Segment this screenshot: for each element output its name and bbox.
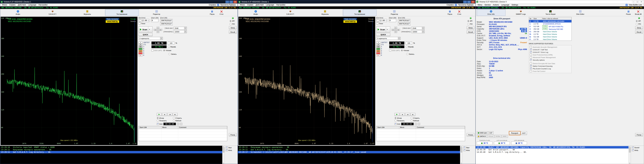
menu-item-menu[interactable]: Меню <box>1 4 8 6</box>
device-row[interactable]: 12,0 TBST2000DM008-2FR102 <box>529 22 572 25</box>
log-line[interactable]: 23:29:11Получение паспорта накопителя...… <box>0 148 222 151</box>
drive-info-button[interactable]: Drive Info <box>476 9 506 16</box>
chevron-down-icon[interactable]: ▾ <box>184 27 186 29</box>
scroll-down-icon[interactable]: ▼ <box>461 163 462 164</box>
maximize-button[interactable]: ▢ <box>467 0 471 3</box>
feature-item[interactable]: Native Command Queuing <box>530 65 570 67</box>
defect-row[interactable] <box>139 135 227 138</box>
pause-button[interactable]: Пауза <box>446 9 454 16</box>
pause-button[interactable]: Pause <box>624 9 633 16</box>
dpad-center-button[interactable]: C <box>394 29 397 31</box>
title-bar[interactable]: Victoria 5.37 HDD/SSD | Device 0 – ▢ ✕ <box>476 0 644 4</box>
menu-view-buffer[interactable]: View Buffer Live <box>628 4 643 6</box>
menu-item-settings[interactable]: Настройки <box>38 4 49 6</box>
log-line[interactable]: 23:29:11Get S.M.A.R.T. Log directory... … <box>0 151 222 153</box>
disk-editor-button[interactable]: Disk Editor <box>566 9 595 16</box>
dpad-down-button[interactable]: ▼ <box>156 31 159 33</box>
ddd-api-checkbox[interactable]: DDD (API) <box>152 50 162 51</box>
hints-checkbox[interactable]: Hints <box>632 149 643 151</box>
mini-button[interactable] <box>177 123 179 125</box>
ignore-radio[interactable]: Игнор <box>394 117 409 119</box>
api-radio[interactable]: API <box>467 20 472 22</box>
menu-item-actions[interactable]: Действия <box>17 4 27 6</box>
pio-radio[interactable]: PIO <box>636 23 641 25</box>
defect-row[interactable] <box>376 129 465 132</box>
step-back-button[interactable]: ◀ <box>400 113 405 116</box>
feature-item[interactable]: Free-Fall Control <box>530 70 570 72</box>
feature-item[interactable]: Phy Event Counters Log <box>530 68 570 70</box>
time-spinner[interactable]: ▲▼ <box>386 20 386 22</box>
log-output[interactable]: 14:45:00Model: WDC WD20EARZ-00C5XB0; Cap… <box>476 146 628 164</box>
menu-item-service[interactable]: Сервис <box>246 4 254 6</box>
passp-button[interactable]: Passp <box>467 133 474 136</box>
info-button[interactable]: Инфо <box>1 9 35 16</box>
device-row[interactable]: D:2,0 TBHard Drive Volume <box>529 33 572 36</box>
skip-end-button[interactable]: ▶| <box>410 113 415 116</box>
defect-row[interactable] <box>139 138 227 140</box>
log-line[interactable]: 14:45:39Get drive passport... OK <box>476 148 628 151</box>
scroll-down-icon[interactable]: ▼ <box>629 163 630 164</box>
stop-button[interactable]: Стоп <box>217 9 226 16</box>
feature-checkbox[interactable] <box>530 49 532 50</box>
remap-radio[interactable]: Починить <box>157 120 171 122</box>
scan-button[interactable]: Scan ▾ <box>138 26 152 32</box>
feature-checkbox[interactable] <box>530 62 532 64</box>
hints-checkbox[interactable]: Hints <box>464 149 474 151</box>
write-radio[interactable]: Запись <box>168 53 176 55</box>
menu-item-service[interactable]: Сервис <box>8 4 16 6</box>
skip-start-button[interactable]: |◀ <box>405 113 410 116</box>
passp-button[interactable]: Passp <box>635 133 643 136</box>
passp-button[interactable]: Passp <box>229 133 236 136</box>
maximize-button[interactable]: ▢ <box>230 0 233 3</box>
device-row[interactable]: 3250 GBNVMeSamsung SSD 980 <box>529 28 572 30</box>
drive-model[interactable]: WDC WD20EARZ-00C5XB0 <box>477 6 499 9</box>
feature-item[interactable]: Automatic Acoustic Management <box>530 46 570 48</box>
sound-checkbox[interactable]: Звук <box>226 146 237 148</box>
feature-item[interactable]: Advanced Power Management <box>530 56 570 58</box>
scroll-thumb[interactable] <box>460 147 462 152</box>
feature-item[interactable]: Host Protected Area (HPA) <box>530 54 570 56</box>
log-output[interactable]: 23:29:10Victoria reported: SMART status … <box>0 146 222 164</box>
scroll-up-icon[interactable]: ▲ <box>629 146 630 147</box>
menu-item-settings[interactable]: Настройки <box>275 4 286 6</box>
dpad-left-button[interactable]: ◀ <box>392 29 394 31</box>
end-time-input[interactable]: 12:00 ▲▼ <box>138 19 149 22</box>
feature-checkbox[interactable] <box>530 59 532 61</box>
screenshot-select[interactable]: 3 скриншота▾ <box>138 37 163 40</box>
menu-item-actions[interactable]: Действия <box>255 4 265 6</box>
read-radio[interactable]: Чтение <box>163 50 171 51</box>
menu-item-menu[interactable]: Меню <box>239 4 246 6</box>
chevron-down-icon[interactable]: ▾ <box>422 30 424 33</box>
recall-button[interactable]: Recall <box>467 30 474 34</box>
ignore-radio[interactable]: Игнор <box>157 117 171 119</box>
device-row[interactable]: E:511 GBHard Drive Volume <box>529 36 572 38</box>
menu-item-language[interactable]: Language <box>500 4 510 6</box>
log-output[interactable]: 23:29:11Получение паспорта накопителя...… <box>238 146 460 164</box>
defect-row[interactable] <box>139 129 227 132</box>
block-size-select[interactable]: 2048▾ <box>412 27 424 30</box>
time-spinner[interactable]: ▲▼ <box>148 20 149 22</box>
log-line[interactable]: 23:29:10Victoria reported: SMART status … <box>0 146 222 148</box>
dpad-center-button[interactable]: C <box>156 29 159 31</box>
defect-row[interactable] <box>376 138 465 140</box>
menu-item-help[interactable]: Справка <box>208 4 217 6</box>
api-radio[interactable]: API <box>230 20 234 22</box>
erase-radio[interactable]: Стереть <box>411 117 425 119</box>
end-time-checkbox[interactable] <box>139 20 141 22</box>
timer-checkbox[interactable]: Timer <box>138 22 149 24</box>
start-lba-input[interactable]: 0 <box>389 19 396 22</box>
log-scrollbar[interactable]: ▲ ▼ <box>628 146 631 164</box>
end-lba-input[interactable]: 3907029167 <box>160 19 172 22</box>
refresh-radio[interactable]: Refresh <box>173 120 188 122</box>
end-time-checkbox[interactable] <box>377 20 379 22</box>
log-scrollbar[interactable]: ▲ ▼ <box>460 146 462 164</box>
hints-checkbox[interactable]: Hints <box>226 149 237 151</box>
maximize-button[interactable]: ▢ <box>636 0 639 3</box>
smart-button[interactable]: S.M.A.R.T. <box>274 9 307 16</box>
break-all-button[interactable]: Break All <box>634 9 643 16</box>
log-scrollbar[interactable]: ▲ ▼ <box>222 146 224 164</box>
erase-radio[interactable]: Стереть <box>173 117 188 119</box>
grid-checkbox[interactable]: Grid <box>394 123 400 125</box>
journals-button[interactable]: Журналы <box>70 9 104 16</box>
end-lba-input-2[interactable]: 3907029167 <box>398 22 410 26</box>
